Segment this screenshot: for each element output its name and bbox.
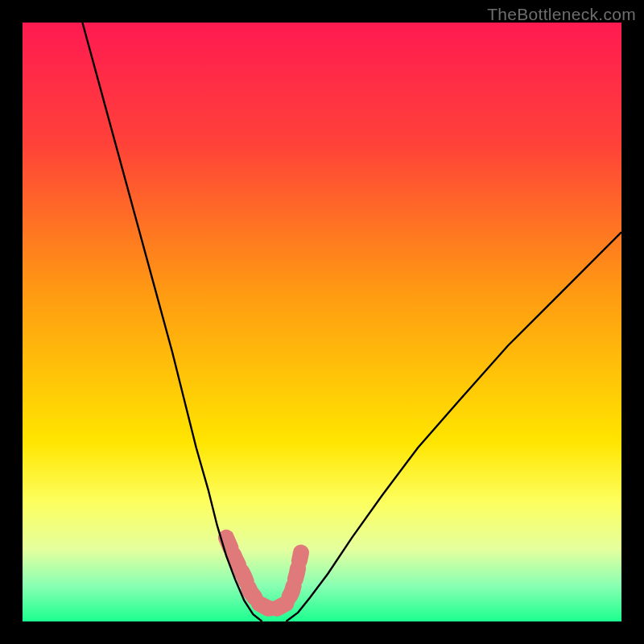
chart-frame: TheBottleneck.com bbox=[0, 0, 644, 644]
curves-layer bbox=[23, 23, 621, 621]
floor-salmon-band bbox=[226, 538, 301, 609]
watermark-text: TheBottleneck.com bbox=[487, 5, 636, 24]
left-curve bbox=[82, 23, 262, 621]
plot-area bbox=[23, 23, 621, 621]
right-curve bbox=[286, 232, 621, 621]
